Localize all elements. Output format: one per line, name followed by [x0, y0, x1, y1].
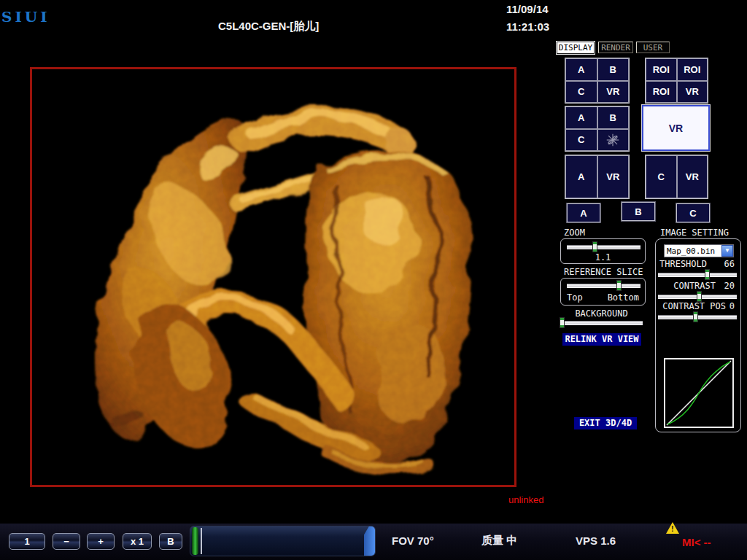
layout-vr-full-selected[interactable]: VR — [642, 105, 710, 151]
contrast-pos-value: 0 — [729, 301, 735, 311]
b-mode-button[interactable]: B — [159, 533, 182, 550]
fov-readout: FOV 70° — [392, 534, 434, 547]
relink-vr-view-button[interactable]: RELINK VR VIEW — [562, 333, 641, 346]
quality-readout: 质量 中 — [481, 534, 517, 548]
probe-preset-title: C5L40C-GEN-[胎儿] — [218, 20, 319, 34]
system-date: 11/09/14 — [506, 3, 549, 15]
exit-3d4d-button[interactable]: EXIT 3D/4D — [574, 417, 637, 429]
layout-cell[interactable]: ROI — [646, 81, 677, 104]
zoom-slider-thumb[interactable] — [592, 241, 597, 252]
layout-cell[interactable]: C — [565, 129, 597, 152]
contrast-label: CONTRAST — [673, 281, 716, 291]
background-slider-track[interactable] — [560, 321, 643, 325]
threshold-label: THRESHOLD — [659, 259, 707, 269]
layout-quad-abcvr: A B C VR — [565, 58, 630, 104]
layout-cell[interactable]: ROI — [646, 58, 677, 81]
layout-single-c[interactable]: C — [676, 203, 710, 222]
layout-cell[interactable]: ROI — [677, 58, 708, 81]
minus-button[interactable]: − — [53, 533, 80, 550]
layout-quad-roi: ROI ROI ROI VR — [645, 58, 708, 104]
reference-slice-thumb[interactable] — [616, 280, 622, 291]
cine-start-mark — [201, 528, 202, 554]
layout-cell[interactable]: VR — [597, 81, 630, 104]
plus-button[interactable]: + — [87, 533, 115, 550]
mi-readout: MI< -- — [682, 536, 711, 548]
background-slider-thumb[interactable] — [560, 317, 565, 328]
layout-quad-abc-fan: A B C — [565, 106, 630, 152]
layout-cell[interactable]: B — [597, 58, 630, 81]
layout-dual-avr: A VR — [565, 155, 630, 199]
fetus-3d-render — [32, 69, 514, 485]
zoom-value: 1.1 — [561, 252, 645, 262]
layout-cell-fan[interactable] — [597, 129, 630, 152]
layout-cell[interactable]: VR — [677, 81, 708, 104]
threshold-slider[interactable] — [658, 269, 737, 280]
layout-single-a[interactable]: A — [567, 203, 600, 222]
siui-logo: SIUI — [1, 9, 50, 26]
multiplier-button[interactable]: x 1 — [123, 533, 152, 550]
zoom-slider-track[interactable] — [567, 245, 640, 249]
page-number-button[interactable]: 1 — [9, 533, 45, 550]
threshold-value: 66 — [724, 259, 735, 269]
tab-display[interactable]: DISPLAY — [557, 42, 595, 54]
cine-position-handle[interactable] — [192, 527, 198, 555]
tab-user[interactable]: USER — [636, 42, 670, 53]
layout-single-b[interactable]: B — [622, 202, 655, 221]
layout-cell[interactable]: A — [565, 58, 597, 81]
contrast-pos-slider-thumb[interactable] — [693, 311, 698, 322]
layout-cell[interactable]: VR — [677, 155, 708, 198]
threshold-slider-thumb[interactable] — [705, 269, 710, 280]
layout-cell[interactable]: A — [565, 155, 597, 198]
chevron-down-icon: ▼ — [724, 248, 730, 254]
map-file-value: Map_00.bin — [665, 246, 721, 256]
layout-cell[interactable]: C — [565, 81, 597, 104]
system-time: 11:21:03 — [506, 20, 549, 33]
contrast-pos-slider[interactable] — [658, 311, 737, 322]
image-setting-box: Map_00.bin ▼ THRESHOLD 66 CONTRAST 20 CO… — [655, 238, 741, 432]
vr-render-viewport[interactable] — [30, 67, 516, 487]
reference-slice-slider[interactable] — [567, 280, 640, 291]
layout-cell[interactable]: C — [646, 155, 677, 198]
layout-dual-cvr: C VR — [645, 155, 708, 199]
vps-readout: VPS 1.6 — [576, 534, 616, 547]
unlinked-status: unlinked — [508, 494, 543, 505]
dropdown-button[interactable]: ▼ — [721, 245, 733, 257]
layout-cell[interactable]: B — [597, 106, 630, 129]
tab-render[interactable]: RENDER — [598, 42, 633, 53]
fan-icon — [605, 132, 621, 148]
contrast-value: 20 — [724, 281, 735, 291]
map-file-dropdown[interactable]: Map_00.bin ▼ — [664, 244, 734, 257]
layout-cell[interactable]: A — [565, 106, 597, 129]
contrast-slider[interactable] — [658, 291, 737, 302]
zoom-label: ZOOM — [564, 228, 585, 238]
zoom-box: 1.1 — [560, 238, 646, 264]
threshold-slider-track[interactable] — [658, 273, 737, 277]
reference-slice-box: Top Bottom — [560, 278, 646, 306]
contrast-pos-label: CONTRAST POS — [662, 301, 726, 311]
cine-end-cap — [364, 526, 375, 556]
reference-slice-bottom-label: Bottom — [608, 292, 639, 303]
layout-cell[interactable]: VR — [597, 155, 630, 198]
zoom-slider[interactable] — [567, 241, 640, 252]
reference-slice-track[interactable] — [567, 284, 640, 288]
contrast-slider-thumb[interactable] — [697, 291, 702, 302]
contrast-curve-graph — [664, 358, 734, 428]
cine-progress-bar[interactable] — [190, 526, 376, 556]
reference-slice-top-label: Top — [567, 292, 583, 303]
warning-exclamation: ! — [671, 524, 674, 533]
reference-slice-label: REFERENCE SLICE — [564, 267, 643, 277]
background-slider[interactable] — [560, 317, 643, 328]
image-setting-label: IMAGE SETTING — [660, 228, 729, 238]
